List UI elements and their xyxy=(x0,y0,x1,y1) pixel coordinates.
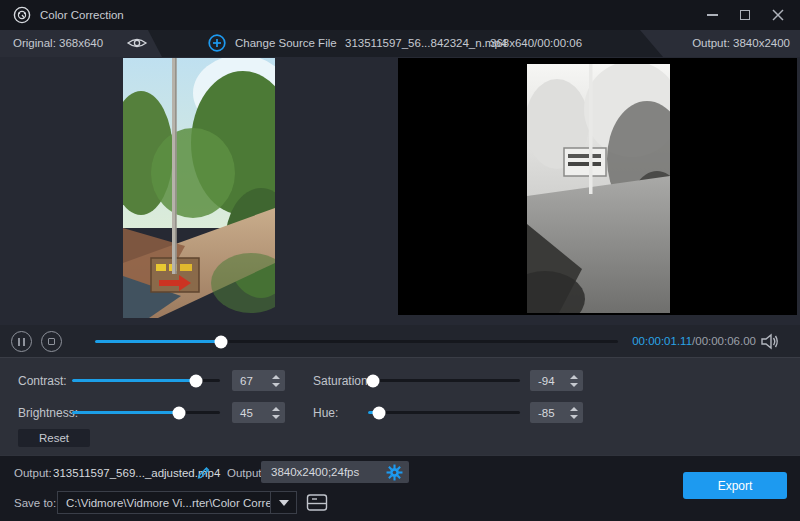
saturation-spinner[interactable]: -94 xyxy=(530,370,583,391)
total-time: /00:00:06.00 xyxy=(692,335,756,347)
pause-icon xyxy=(18,338,25,346)
output-panel: Output: 313511597_569..._adjusted.mp4 Ou… xyxy=(0,455,800,521)
speaker-icon xyxy=(760,333,780,350)
app-logo-icon xyxy=(13,6,31,24)
close-icon xyxy=(772,9,784,21)
output-video-preview[interactable] xyxy=(527,64,670,313)
eye-icon xyxy=(126,35,148,51)
original-video-preview[interactable] xyxy=(123,58,275,318)
output-format-box[interactable]: 3840x2400;24fps xyxy=(261,461,409,483)
source-resolution-duration: 368x640/00:00:06 xyxy=(490,37,582,49)
stop-button[interactable] xyxy=(41,331,62,352)
contrast-up-button[interactable] xyxy=(272,375,280,379)
volume-button[interactable] xyxy=(760,333,780,350)
seek-fill xyxy=(95,340,221,343)
brightness-up-button[interactable] xyxy=(272,407,280,411)
hue-value: -85 xyxy=(530,407,566,419)
source-header-bar: Original: 368x640 Change Source File 313… xyxy=(0,30,800,57)
output-preview-panel xyxy=(398,58,797,315)
playback-bar: 00:00:01.11/00:00:06.00 xyxy=(0,325,800,358)
save-to-label: Save to: xyxy=(14,497,56,509)
save-path-dropdown-button[interactable] xyxy=(270,492,296,513)
save-path-select[interactable]: C:\Vidmore\Vidmore Vi...rter\Color Corre… xyxy=(57,491,297,514)
output-video-frame xyxy=(527,64,670,313)
saturation-handle[interactable] xyxy=(366,374,379,387)
chevron-down-icon xyxy=(279,500,289,506)
rename-button[interactable] xyxy=(196,464,212,480)
current-time: 00:00:01.11 xyxy=(632,335,692,347)
output-format-label: Output: xyxy=(227,467,265,479)
output-tab: Output: 3840x2400 xyxy=(640,30,800,57)
output-resolution-label: Output: 3840x2400 xyxy=(692,37,790,49)
color-correction-window: Color Correction Original: 368x640 xyxy=(0,0,800,521)
color-adjustments-panel: Contrast: 67 Saturation: -94 Brightness:… xyxy=(0,358,800,455)
brightness-down-button[interactable] xyxy=(272,415,280,419)
brightness-value: 45 xyxy=(232,407,268,419)
preview-compare-button[interactable] xyxy=(126,35,148,51)
preview-area xyxy=(0,57,800,325)
folder-icon xyxy=(306,493,328,512)
change-source-button[interactable]: Change Source File xyxy=(208,34,337,52)
hue-up-button[interactable] xyxy=(570,407,578,411)
original-tab: Original: 368x640 xyxy=(0,30,162,57)
pause-button[interactable] xyxy=(11,331,32,352)
seek-slider[interactable] xyxy=(95,340,618,343)
gear-icon[interactable] xyxy=(386,464,403,481)
time-display: 00:00:01.11/00:00:06.00 xyxy=(632,335,756,347)
contrast-spinner[interactable]: 67 xyxy=(232,370,285,391)
seek-handle[interactable] xyxy=(214,335,227,348)
source-filename: 313511597_56...842324_n.mp4 xyxy=(345,37,507,49)
saturation-down-button[interactable] xyxy=(570,383,578,387)
original-video-frame xyxy=(123,58,275,318)
saturation-slider[interactable] xyxy=(368,379,520,382)
brightness-handle[interactable] xyxy=(173,406,186,419)
hue-handle[interactable] xyxy=(373,406,386,419)
hue-spinner[interactable]: -85 xyxy=(530,402,583,423)
brightness-spinner[interactable]: 45 xyxy=(232,402,285,423)
output-format-value: 3840x2400;24fps xyxy=(261,466,386,478)
original-resolution-label: Original: 368x640 xyxy=(13,37,103,49)
title-bar: Color Correction xyxy=(0,0,800,30)
maximize-button[interactable] xyxy=(737,7,753,23)
maximize-icon xyxy=(740,10,750,20)
hue-down-button[interactable] xyxy=(570,415,578,419)
page-title: Color Correction xyxy=(40,9,124,21)
contrast-slider[interactable] xyxy=(72,379,220,382)
export-button[interactable]: Export xyxy=(683,472,787,499)
contrast-value: 67 xyxy=(232,375,268,387)
hue-slider[interactable] xyxy=(368,411,520,414)
minimize-icon xyxy=(707,14,718,16)
contrast-handle[interactable] xyxy=(189,374,202,387)
brightness-label: Brightness: xyxy=(18,406,78,420)
stop-icon xyxy=(48,338,55,345)
contrast-down-button[interactable] xyxy=(272,383,280,387)
plus-icon xyxy=(208,34,226,52)
saturation-up-button[interactable] xyxy=(570,375,578,379)
window-controls xyxy=(704,7,786,23)
minimize-button[interactable] xyxy=(704,7,720,23)
hue-label: Hue: xyxy=(313,406,338,420)
saturation-label: Saturation: xyxy=(313,374,371,388)
pencil-icon xyxy=(196,464,212,480)
save-path-value: C:\Vidmore\Vidmore Vi...rter\Color Corre… xyxy=(58,497,270,509)
brightness-slider[interactable] xyxy=(72,411,220,414)
output-filename-label: Output: xyxy=(14,467,52,479)
change-source-label: Change Source File xyxy=(235,37,337,49)
reset-button[interactable]: Reset xyxy=(18,429,90,447)
contrast-label: Contrast: xyxy=(18,374,67,388)
saturation-value: -94 xyxy=(530,375,566,387)
close-button[interactable] xyxy=(770,7,786,23)
browse-folder-button[interactable] xyxy=(306,493,328,512)
